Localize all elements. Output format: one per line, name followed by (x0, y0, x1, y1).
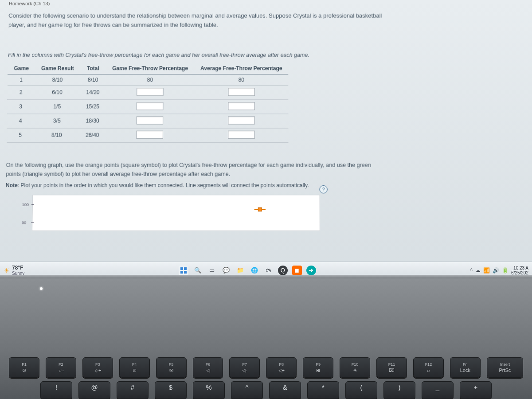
scenario-text: Consider the following scenario to under… (8, 12, 524, 30)
app-button-teal[interactable]: ➜ (306, 266, 316, 275)
cell-result: 1/5 (34, 99, 80, 113)
file-explorer-button[interactable]: 📁 (235, 266, 245, 275)
cell-total: 15/25 (80, 99, 106, 113)
laptop-chassis: F1⊘ F2☼- F3☼+ F4⎚ F5✉ F6◁ F7◁- F8◁+ F9⏯ … (0, 278, 532, 399)
cell-game-pct: 80 (106, 74, 194, 85)
chat-icon: 💬 (223, 267, 230, 274)
cell-result: 8/10 (35, 74, 80, 85)
chevron-up-icon[interactable]: ^ (470, 267, 473, 274)
orange-square-point-tool[interactable] (254, 207, 266, 211)
intro-line-2: player, and her game log for free throws… (8, 21, 218, 28)
taskbar-clock[interactable]: 10:23 A 6/25/202 (511, 266, 528, 275)
input-avg-pct-2[interactable] (228, 88, 254, 96)
key-f11[interactable]: F11⌧ (376, 357, 407, 378)
system-tray[interactable]: ^ ☁ 📶 🔊 🔋 10:23 A 6/25/202 (470, 266, 528, 275)
search-icon: 🔍 (194, 267, 201, 274)
airplane-icon: ⌧ (389, 368, 395, 373)
fill-instruction: Fill in the columns with Crystal's free-… (8, 52, 524, 58)
key-9[interactable]: ( (345, 381, 377, 399)
svg-rect-2 (180, 271, 183, 274)
brightness-down-icon: ☼- (58, 368, 64, 373)
key-5[interactable]: % (193, 381, 225, 399)
app-button-q[interactable]: Q (278, 266, 288, 275)
key-f10[interactable]: F10☀ (340, 357, 370, 378)
input-game-pct-2[interactable] (137, 88, 164, 96)
key-0[interactable]: ) (383, 381, 415, 399)
col-result: Game Result (35, 63, 80, 74)
key-6[interactable]: ^ (231, 381, 263, 399)
help-icon[interactable]: ? (319, 185, 327, 193)
key-f2[interactable]: F2☼- (46, 357, 76, 378)
note-label: Note (6, 182, 18, 188)
svg-rect-0 (180, 267, 183, 270)
key-f5[interactable]: F5✉ (156, 357, 187, 378)
chat-button[interactable]: 💬 (221, 266, 231, 275)
key-7[interactable]: & (269, 381, 301, 399)
input-avg-pct-5[interactable] (228, 130, 255, 138)
number-key-row: ! @ # $ % ^ & * ( ) _ + (0, 381, 532, 399)
key-f3[interactable]: F3☼+ (82, 357, 113, 378)
input-avg-pct-4[interactable] (228, 116, 255, 124)
plot-canvas[interactable]: ? 100 90 (32, 195, 320, 231)
onedrive-icon[interactable]: ☁ (475, 267, 481, 274)
volume-up-icon: ◁+ (278, 368, 285, 373)
battery-icon[interactable]: 🔋 (502, 267, 509, 274)
table-header-row: Game Game Result Total Game Free-Throw P… (8, 63, 289, 74)
task-view-button[interactable]: ▭ (207, 266, 217, 275)
taskbar-weather[interactable]: ☀ 78°F Sunny (4, 265, 24, 276)
key-3[interactable]: # (117, 381, 149, 399)
input-game-pct-3[interactable] (137, 102, 164, 110)
store-button[interactable]: 🛍 (264, 266, 274, 275)
input-game-pct-5[interactable] (136, 130, 163, 138)
store-icon: 🛍 (266, 267, 271, 274)
key-f7[interactable]: F7◁- (229, 357, 260, 378)
key-f12[interactable]: F12⌕ (413, 357, 444, 378)
table-row: 2 6/10 14/20 (7, 85, 289, 99)
col-game-pct: Game Free-Throw Percentage (106, 63, 194, 74)
weather-temp: 78°F (12, 265, 24, 271)
brightness-up-icon: ☼+ (94, 368, 102, 373)
key-f8[interactable]: F8◁+ (266, 357, 297, 378)
cell-game: 5 (7, 128, 34, 142)
app-button-o[interactable]: ◼ (292, 266, 302, 275)
key-4[interactable]: $ (155, 381, 187, 399)
cell-game: 2 (7, 85, 35, 99)
volume-icon[interactable]: 🔊 (493, 267, 499, 274)
plot-note: Note: Plot your points in the order in w… (6, 182, 526, 188)
key-fn-lock[interactable]: FnLock (450, 357, 481, 378)
wifi-icon[interactable]: 📶 (483, 267, 490, 274)
input-game-pct-4[interactable] (136, 116, 163, 124)
key-1[interactable]: ! (40, 381, 72, 399)
key-minus[interactable]: _ (422, 381, 454, 399)
function-key-row: F1⊘ F2☼- F3☼+ F4⎚ F5✉ F6◁ F7◁- F8◁+ F9⏯ … (0, 357, 532, 378)
key-f9[interactable]: F9⏯ (303, 357, 333, 378)
table-row: 5 8/10 26/40 (7, 128, 289, 142)
input-avg-pct-3[interactable] (228, 102, 254, 110)
key-f1[interactable]: F1⊘ (9, 357, 39, 378)
browser-tab-title: Homework (Ch 13) (9, 0, 524, 9)
key-8[interactable]: * (307, 381, 339, 399)
graph-instruction-line-2: points (triangle symbol) to plot her ove… (6, 171, 230, 177)
col-total: Total (80, 63, 106, 74)
key-insert-prtsc[interactable]: InsertPrtSc (487, 357, 523, 378)
cell-total: 18/30 (79, 114, 106, 128)
edge-button[interactable]: 🌐 (250, 266, 259, 275)
cell-result: 8/10 (34, 128, 79, 142)
cell-game: 3 (7, 99, 35, 113)
key-f4[interactable]: F4⎚ (119, 357, 150, 378)
clock-time: 10:23 A (511, 266, 528, 270)
windows-icon (180, 267, 187, 274)
start-button[interactable] (179, 266, 188, 275)
cell-avg-pct: 80 (194, 74, 289, 85)
key-2[interactable]: @ (78, 381, 110, 399)
key-f6[interactable]: F6◁ (193, 357, 223, 378)
table-row: 3 1/5 15/25 (7, 99, 289, 113)
col-avg-pct: Average Free-Throw Percentage (194, 63, 289, 74)
key-equals[interactable]: + (460, 381, 492, 399)
search-button[interactable]: 🔍 (193, 266, 203, 275)
table-row: 1 8/10 8/10 80 80 (8, 74, 289, 85)
note-text: : Plot your points in the order in which… (18, 182, 309, 188)
clock-date: 6/25/202 (511, 270, 528, 275)
free-throw-table: Game Game Result Total Game Free-Throw P… (7, 63, 289, 143)
svg-rect-1 (184, 267, 187, 270)
